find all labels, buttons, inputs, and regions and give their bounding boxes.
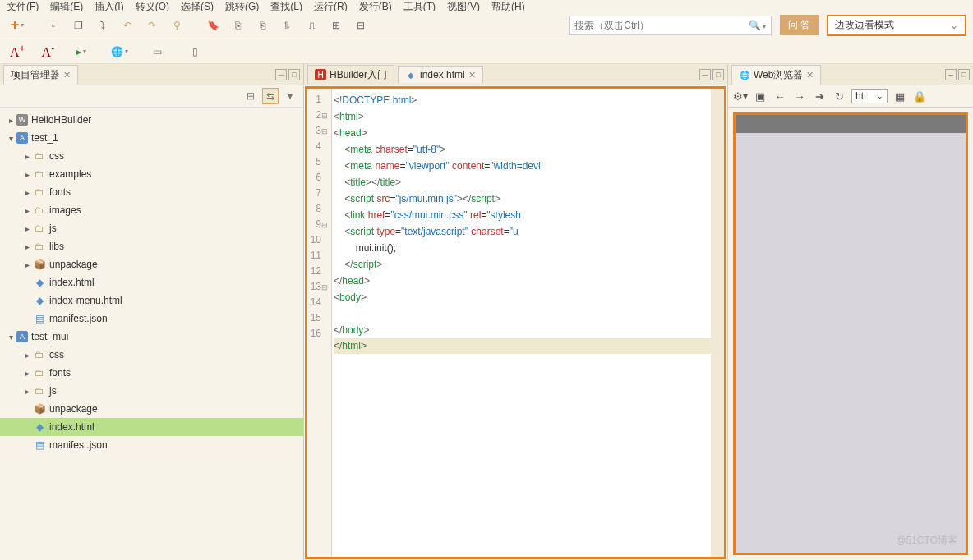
- project-manager-panel: 项目管理器 ✕ ─ □ ⊟ ⇆ ▾ ▸WHelloHBuilder▾Atest_…: [0, 64, 304, 560]
- menu-run[interactable]: 运行(R): [314, 0, 348, 11]
- ask-button[interactable]: 问 答: [780, 15, 819, 35]
- close-icon[interactable]: ✕: [806, 70, 814, 80]
- minimize-icon[interactable]: ─: [275, 69, 287, 80]
- back-icon[interactable]: ←: [772, 89, 787, 103]
- menu-escape[interactable]: 转义(O): [136, 0, 169, 11]
- tree-item[interactable]: ▤manifest.json: [0, 436, 303, 454]
- tree-item[interactable]: ▾Atest_1: [0, 129, 303, 147]
- browser-tab-label: Web浏览器: [754, 68, 803, 82]
- close-icon[interactable]: ✕: [63, 70, 71, 80]
- link-editor-icon[interactable]: ⇆: [262, 88, 279, 104]
- device-icon[interactable]: ▭: [146, 41, 168, 62]
- menu-help[interactable]: 帮助(H): [491, 0, 525, 11]
- import-icon[interactable]: ⤵: [92, 15, 113, 36]
- web-browser-panel: 🌐 Web浏览器 ✕ ─ □ ⚙▾ ▣ ← → ➔ ↻ htt⌄ ▦ 🔒 @51…: [728, 64, 973, 560]
- tree-item[interactable]: ▸🗀libs: [0, 237, 303, 255]
- tree-item[interactable]: 📦unpackage: [0, 400, 303, 418]
- go-icon[interactable]: ➔: [812, 89, 827, 103]
- browser-tab[interactable]: 🌐 Web浏览器 ✕: [731, 65, 821, 85]
- tree-item[interactable]: ▸🗀js: [0, 382, 303, 400]
- font-increase-button[interactable]: A+: [10, 43, 25, 60]
- undo-icon[interactable]: ↶: [117, 15, 138, 36]
- cut-icon[interactable]: ⚲: [166, 15, 187, 36]
- tree-item[interactable]: ▸🗀fonts: [0, 183, 303, 201]
- preview-body: @51CTO博客: [736, 133, 966, 553]
- refresh-icon[interactable]: ↻: [832, 89, 846, 103]
- bookmark-icon[interactable]: 🔖: [202, 15, 224, 36]
- tab-label: index.html: [420, 69, 465, 80]
- tab-hbuilder-intro[interactable]: H HBuilder入门: [307, 65, 394, 85]
- view-mode-dropdown[interactable]: 边改边看模式 ⌄: [827, 15, 966, 36]
- html-file-icon: ◆: [405, 69, 417, 80]
- code-area[interactable]: <!DOCTYPE html> <html> <head> <meta char…: [332, 89, 711, 557]
- preview-frame: @51CTO博客: [733, 112, 968, 555]
- lock-icon[interactable]: 🔒: [912, 89, 927, 103]
- tool5-icon[interactable]: ⊞: [325, 15, 347, 36]
- close-icon[interactable]: ✕: [468, 70, 476, 80]
- tool6-icon[interactable]: ⊟: [350, 15, 371, 36]
- save-icon[interactable]: ▫: [43, 15, 64, 36]
- mobile-icon[interactable]: ▯: [184, 41, 205, 62]
- tool4-icon[interactable]: ⎍: [301, 15, 322, 36]
- forward-icon[interactable]: →: [792, 89, 807, 103]
- tool2-icon[interactable]: ⎗: [251, 15, 273, 36]
- qr-icon[interactable]: ▦: [892, 89, 907, 103]
- maximize-icon[interactable]: □: [958, 69, 970, 80]
- minimize-icon[interactable]: ─: [945, 69, 957, 80]
- tree-item[interactable]: ▸🗀examples: [0, 165, 303, 183]
- search-box[interactable]: 🔍▾: [569, 16, 771, 35]
- new-button[interactable]: +▾: [7, 15, 28, 36]
- vertical-scrollbar[interactable]: [711, 89, 724, 557]
- maximize-icon[interactable]: □: [288, 69, 300, 80]
- gear-icon[interactable]: ⚙▾: [733, 89, 748, 103]
- redo-icon[interactable]: ↷: [141, 15, 163, 36]
- minimize-icon[interactable]: ─: [699, 69, 711, 80]
- menu-tools[interactable]: 工具(T): [403, 0, 436, 11]
- url-select[interactable]: htt⌄: [851, 89, 888, 103]
- screenshot-icon[interactable]: ▣: [753, 89, 768, 103]
- tree-item[interactable]: ▤manifest.json: [0, 310, 303, 328]
- tree-item[interactable]: ▸WHelloHBuilder: [0, 111, 303, 129]
- menu-select[interactable]: 选择(S): [181, 0, 214, 11]
- collapse-icon[interactable]: ⊟: [242, 88, 259, 104]
- menu-goto[interactable]: 跳转(G): [225, 0, 259, 11]
- tool1-icon[interactable]: ⎘: [227, 15, 248, 36]
- tool3-icon[interactable]: ⥮: [276, 15, 297, 36]
- tree-item[interactable]: ▸📦unpackage: [0, 255, 303, 273]
- tree-item[interactable]: ◆index.html: [0, 418, 303, 436]
- menu-file[interactable]: 文件(F): [7, 0, 39, 11]
- editor-tabbar: H HBuilder入门 ◆ index.html ✕ ─ □: [304, 64, 727, 85]
- code-editor[interactable]: 12⊟3⊟456789⊟10111213⊟141516 <!DOCTYPE ht…: [305, 86, 726, 559]
- view-mode-label: 边改边看模式: [835, 18, 894, 32]
- hbuilder-icon: H: [315, 69, 326, 80]
- tab-index-html[interactable]: ◆ index.html ✕: [398, 66, 483, 83]
- font-decrease-button[interactable]: A-: [42, 43, 55, 60]
- pm-tab-label: 项目管理器: [11, 68, 60, 82]
- tree-item[interactable]: ▸🗀css: [0, 147, 303, 165]
- menu-find[interactable]: 查找(L): [270, 0, 302, 11]
- tree-item[interactable]: ▾Atest_mui: [0, 328, 303, 346]
- menu-icon[interactable]: ▾: [282, 88, 298, 104]
- save-all-icon[interactable]: ❐: [67, 15, 89, 36]
- search-input[interactable]: [574, 20, 748, 31]
- tree-item[interactable]: ◆index.html: [0, 273, 303, 291]
- menu-edit[interactable]: 编辑(E): [50, 0, 83, 11]
- line-gutter: 12⊟3⊟456789⊟10111213⊟141516: [307, 89, 332, 557]
- menu-publish[interactable]: 发行(B): [359, 0, 392, 11]
- maximize-icon[interactable]: □: [712, 69, 724, 80]
- tree-item[interactable]: ▸🗀css: [0, 346, 303, 364]
- chrome-icon[interactable]: 🌐▾: [108, 41, 130, 62]
- chevron-down-icon: ⌄: [950, 20, 958, 31]
- watermark: @51CTO博客: [896, 534, 957, 548]
- menu-insert[interactable]: 插入(I): [95, 0, 123, 11]
- tree-item[interactable]: ◆index-menu.html: [0, 291, 303, 310]
- pm-tabbar: 项目管理器 ✕ ─ □: [0, 64, 303, 85]
- flag-icon[interactable]: ▸▾: [71, 41, 92, 62]
- search-icon[interactable]: 🔍▾: [749, 20, 766, 31]
- tree-item[interactable]: ▸🗀fonts: [0, 364, 303, 382]
- project-tree[interactable]: ▸WHelloHBuilder▾Atest_1▸🗀css▸🗀examples▸🗀…: [0, 108, 303, 560]
- tree-item[interactable]: ▸🗀images: [0, 201, 303, 219]
- pm-tab[interactable]: 项目管理器 ✕: [3, 65, 78, 85]
- tree-item[interactable]: ▸🗀js: [0, 219, 303, 237]
- menu-view[interactable]: 视图(V): [447, 0, 480, 11]
